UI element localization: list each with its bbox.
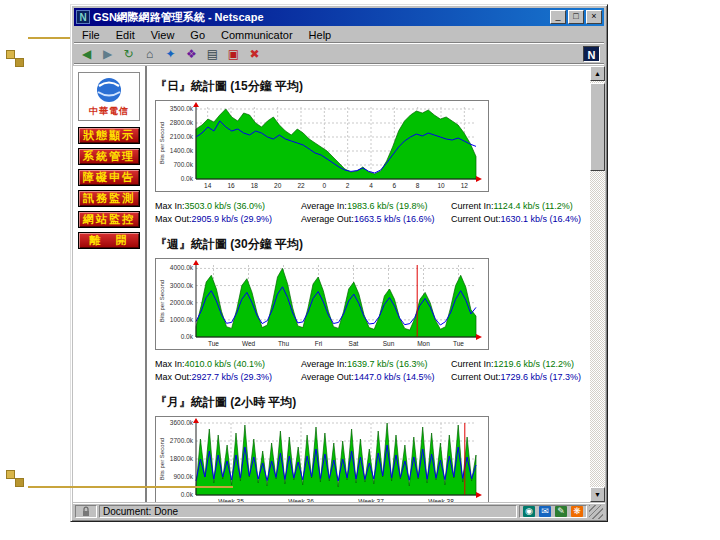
svg-text:2800.0k: 2800.0k xyxy=(170,119,194,126)
slide-accent-square xyxy=(15,478,24,487)
svg-text:14: 14 xyxy=(204,182,212,189)
browser-window: N GSN網際網路管理系統 - Netscape _ □ × File Edit… xyxy=(70,4,608,522)
guide-icon[interactable]: ❖ xyxy=(183,46,200,62)
resize-grip[interactable] xyxy=(589,505,603,519)
status-message-cell: Document: Done xyxy=(99,505,517,518)
weekly-section: 『週』統計圖 (30分鐘 平均) 0.0k1000.0k2000.0k3000.… xyxy=(155,236,590,384)
sidebar-item-system-management[interactable]: 系統管理 xyxy=(78,148,140,165)
stat-value: 1447.0 kb/s (14.5%) xyxy=(354,372,435,382)
stat-label: Max Out: xyxy=(155,372,192,382)
menu-file[interactable]: File xyxy=(74,28,108,42)
stat-value: 2905.9 kb/s (29.9%) xyxy=(192,214,273,224)
stats-row-out: Max Out:2927.7 kb/s (29.3%) Average Out:… xyxy=(155,371,590,384)
svg-text:Wed: Wed xyxy=(242,340,256,347)
svg-text:Sat: Sat xyxy=(349,340,359,347)
stat-value: 1983.6 kb/s (19.8%) xyxy=(347,201,428,211)
minimize-button[interactable]: _ xyxy=(550,10,566,24)
close-button[interactable]: × xyxy=(586,10,602,24)
print-icon[interactable]: ▤ xyxy=(204,46,221,62)
netscape-app-icon: N xyxy=(76,10,90,24)
svg-text:Tue: Tue xyxy=(453,340,464,347)
title-bar[interactable]: N GSN網際網路管理系統 - Netscape _ □ × xyxy=(74,8,604,26)
svg-text:Tue: Tue xyxy=(208,340,219,347)
slide-accent-square xyxy=(15,58,24,67)
stat-value: 2927.7 kb/s (29.3%) xyxy=(192,372,273,382)
svg-text:Fri: Fri xyxy=(315,340,323,347)
weekly-traffic-graph: 0.0k1000.0k2000.0k3000.0k4000.0kTueWedTh… xyxy=(155,258,489,350)
security-lock-icon[interactable] xyxy=(75,505,97,518)
browser-content: 中華電信 狀態顯示 系統管理 障礙申告 訊務監測 網站監控 離 開 『日』統計圖… xyxy=(73,66,605,502)
sidebar-item-site-monitoring[interactable]: 網站監控 xyxy=(78,211,140,228)
weekly-section-title: 『週』統計圖 (30分鐘 平均) xyxy=(155,236,590,253)
logo-caption: 中華電信 xyxy=(89,105,129,118)
scroll-up-icon[interactable]: ▲ xyxy=(590,66,605,81)
stat-label: Current Out: xyxy=(451,214,501,224)
svg-text:6: 6 xyxy=(393,182,397,189)
monthly-traffic-graph: 0.0k900.0k1800.0k2700.0k3600.0kWeek 35We… xyxy=(155,416,489,502)
navigation-toolbar: ◀ ▶ ↻ ⌂ ✦ ❖ ▤ ▣ ✖ N xyxy=(74,44,604,64)
svg-text:2000.0k: 2000.0k xyxy=(170,299,194,306)
menu-bar: File Edit View Go Communicator Help xyxy=(74,27,604,43)
stat-label: Current In: xyxy=(451,359,494,369)
stat-value: 3503.0 kb/s (36.0%) xyxy=(185,201,266,211)
svg-text:3500.0k: 3500.0k xyxy=(170,105,194,112)
svg-text:3000.0k: 3000.0k xyxy=(170,282,194,289)
search-icon[interactable]: ✦ xyxy=(162,46,179,62)
security-icon[interactable]: ▣ xyxy=(225,46,242,62)
menu-go[interactable]: Go xyxy=(182,28,213,42)
composer-icon[interactable]: ✎ xyxy=(555,506,567,517)
svg-text:0.0k: 0.0k xyxy=(181,333,194,340)
stat-label: Average In: xyxy=(301,201,347,211)
svg-text:4000.0k: 4000.0k xyxy=(170,264,194,271)
vertical-scrollbar[interactable]: ▲ ▼ xyxy=(590,66,605,502)
reload-icon[interactable]: ↻ xyxy=(120,46,137,62)
stat-label: Max In: xyxy=(155,359,185,369)
svg-text:10: 10 xyxy=(437,182,445,189)
netscape-throbber-icon[interactable]: N xyxy=(583,46,600,62)
svg-text:Sun: Sun xyxy=(383,340,395,347)
home-icon[interactable]: ⌂ xyxy=(141,46,158,62)
slide-accent-square xyxy=(6,50,15,59)
stat-label: Average In: xyxy=(301,359,347,369)
back-icon[interactable]: ◀ xyxy=(78,46,95,62)
forward-icon[interactable]: ▶ xyxy=(99,46,116,62)
svg-text:Week 38: Week 38 xyxy=(428,498,454,502)
menu-edit[interactable]: Edit xyxy=(108,28,143,42)
navigator-icon[interactable]: ◉ xyxy=(523,506,535,517)
scrollbar-thumb[interactable] xyxy=(590,83,605,171)
menu-view[interactable]: View xyxy=(143,28,183,42)
svg-text:18: 18 xyxy=(251,182,259,189)
stop-icon[interactable]: ✖ xyxy=(246,46,263,62)
stat-label: Average Out: xyxy=(301,214,354,224)
menu-help[interactable]: Help xyxy=(301,28,340,42)
stats-row-in: Max In:3503.0 kb/s (36.0%) Average In:19… xyxy=(155,200,590,213)
stat-value: 1219.6 kb/s (12.2%) xyxy=(494,359,575,369)
svg-text:900.0k: 900.0k xyxy=(173,473,193,480)
svg-text:Mon: Mon xyxy=(417,340,430,347)
svg-text:Bits per Second: Bits per Second xyxy=(159,438,165,480)
stat-value: 1663.5 kb/s (16.6%) xyxy=(354,214,435,224)
sidebar-item-trouble-report[interactable]: 障礙申告 xyxy=(78,169,140,186)
monthly-section-title: 『月』統計圖 (2小時 平均) xyxy=(155,394,590,411)
svg-text:0.0k: 0.0k xyxy=(181,175,194,182)
svg-text:3600.0k: 3600.0k xyxy=(170,419,194,426)
scroll-down-icon[interactable]: ▼ xyxy=(590,487,605,502)
discussions-icon[interactable]: ❋ xyxy=(571,506,583,517)
svg-text:700.0k: 700.0k xyxy=(173,161,193,168)
svg-text:12: 12 xyxy=(461,182,469,189)
svg-text:Thu: Thu xyxy=(278,340,290,347)
stat-label: Current In: xyxy=(451,201,494,211)
svg-text:2: 2 xyxy=(346,182,350,189)
svg-text:2700.0k: 2700.0k xyxy=(170,437,194,444)
sidebar-item-status-display[interactable]: 狀態顯示 xyxy=(78,127,140,144)
traffic-stats-page: 『日』統計圖 (15分鐘 平均) 0.0k700.0k1400.0k2100.0… xyxy=(150,66,590,502)
globe-logo-icon xyxy=(95,76,123,104)
weekly-stats: Max In:4010.0 kb/s (40.1%) Average In:16… xyxy=(155,358,590,384)
stat-label: Current Out: xyxy=(451,372,501,382)
menu-communicator[interactable]: Communicator xyxy=(213,28,301,42)
mailbox-icon[interactable]: ✉ xyxy=(539,506,551,517)
sidebar-item-exit[interactable]: 離 開 xyxy=(78,232,140,249)
stat-value: 1124.4 kb/s (11.2%) xyxy=(494,201,573,211)
maximize-button[interactable]: □ xyxy=(568,10,584,24)
sidebar-item-traffic-monitoring[interactable]: 訊務監測 xyxy=(78,190,140,207)
